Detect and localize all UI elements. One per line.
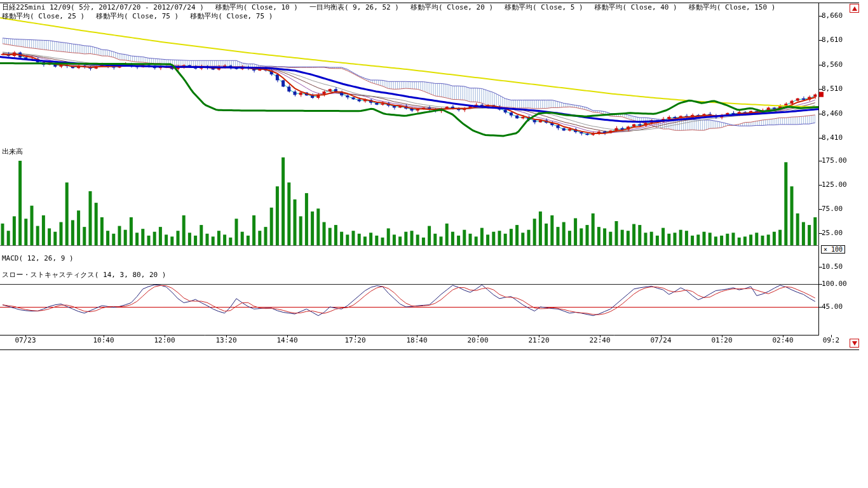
price-axis-label: 8,410 <box>822 134 843 142</box>
time-axis-label: 09:2 <box>823 337 840 344</box>
price-axis-label: 8,660 <box>822 12 843 20</box>
volume-axis-label: 175.00 <box>822 157 847 165</box>
scrollbar-down-button[interactable] <box>850 339 859 348</box>
indicator-header-row-2: 移動平均( Close, 25 )移動平均( Close, 75 )移動平均( … <box>2 12 273 20</box>
time-axis-label: 17:20 <box>344 337 365 344</box>
stoch-panel-title: スロー・ストキャスティクス( 14, 3, 80, 20 ) <box>2 271 166 279</box>
macd-axis-label: 10.50 <box>822 263 843 271</box>
indicator-label: 移動平均( Close, 75 ) <box>190 12 273 20</box>
price-axis-label: 8,510 <box>822 85 843 93</box>
chart-title: 日経225mini 12/09( 5分, 2012/07/20 - 2012/0… <box>2 3 204 11</box>
time-axis-label: 07/23 <box>15 337 36 344</box>
scroll-down-icon <box>852 341 857 346</box>
stoch-axis-label: 45.00 <box>822 303 843 311</box>
price-axis-label: 8,560 <box>822 61 843 69</box>
volume-panel-title: 出来高 <box>2 148 23 156</box>
volume-multiplier-badge: × 100 <box>821 245 845 254</box>
price-axis-label: 8,610 <box>822 36 843 44</box>
volume-axis-label: 75.00 <box>822 205 843 213</box>
time-axis-label: 01:20 <box>711 337 732 344</box>
indicator-label: 一目均衡表( 9, 26, 52 ) <box>309 3 399 11</box>
time-axis-label: 10:40 <box>93 337 114 344</box>
indicator-label: 移動平均( Close, 5 ) <box>505 3 583 11</box>
indicator-header-row-1: 日経225mini 12/09( 5分, 2012/07/20 - 2012/0… <box>2 3 775 11</box>
price-axis-label: 8,460 <box>822 110 843 118</box>
indicator-label: 移動平均( Close, 75 ) <box>96 12 179 20</box>
scroll-up-icon <box>852 6 857 11</box>
time-axis-label: 14:40 <box>276 337 297 344</box>
indicator-label: 移動平均( Close, 25 ) <box>2 12 85 20</box>
scrollbar-up-button[interactable] <box>850 4 859 13</box>
time-axis-label: 13:20 <box>215 337 236 344</box>
macd-panel-title: MACD( 12, 26, 9 ) <box>2 255 74 262</box>
indicator-label: 移動平均( Close, 20 ) <box>410 3 493 11</box>
volume-axis-label: 25.00 <box>822 229 843 237</box>
time-axis-label: 12:00 <box>154 337 175 344</box>
time-axis-label: 07/24 <box>650 337 671 344</box>
stoch-axis-label: 100.00 <box>822 280 847 288</box>
indicator-label: 移動平均( Close, 10 ) <box>215 3 298 11</box>
time-axis-label: 21:20 <box>528 337 549 344</box>
time-axis-label: 20:00 <box>467 337 488 344</box>
indicator-label: 移動平均( Close, 150 ) <box>689 3 776 11</box>
time-axis-label: 18:40 <box>406 337 427 344</box>
chart-app-window: 日経225mini 12/09( 5分, 2012/07/20 - 2012/0… <box>0 0 868 488</box>
chart-plot-area[interactable] <box>0 0 868 356</box>
volume-axis-label: 125.00 <box>822 181 847 189</box>
indicator-label: 移動平均( Close, 40 ) <box>595 3 677 11</box>
time-axis-label: 22:40 <box>589 337 610 344</box>
time-axis-label: 02:40 <box>772 337 793 344</box>
